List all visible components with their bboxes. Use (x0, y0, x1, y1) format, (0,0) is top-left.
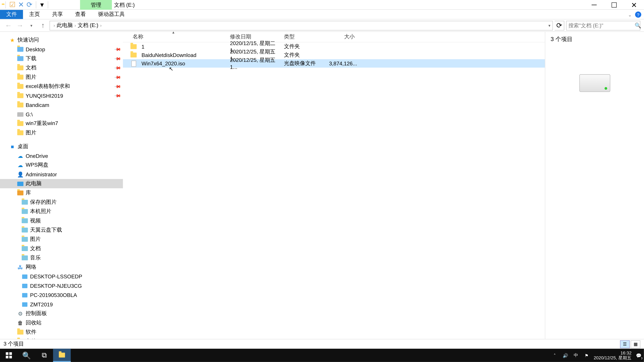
tree-library-item[interactable]: 文档 (0, 244, 123, 253)
qat-properties-icon[interactable]: ☑ (9, 0, 16, 9)
task-view-button[interactable]: ⧉ (36, 349, 53, 362)
pin-icon: 📌 (114, 55, 121, 62)
tree-network-node[interactable]: DESKTOP-LSSOEDP (0, 272, 123, 281)
nav-up-button[interactable]: ↑ (38, 21, 48, 30)
ribbon-tab-home[interactable]: 主页 (23, 10, 46, 19)
folder-icon (21, 199, 28, 206)
search-box[interactable]: 🔍 (566, 21, 640, 30)
tree-control-panel[interactable]: ⚙控制面板 (0, 309, 123, 318)
tree-network-node[interactable]: PC-20190530OBLA (0, 291, 123, 300)
tree-library-item[interactable]: 本机照片 (0, 207, 123, 216)
nav-forward-button[interactable]: → (15, 21, 25, 30)
ribbon-tab-drive-tools[interactable]: 驱动器工具 (92, 10, 131, 19)
tree-label: 库 (26, 189, 31, 197)
svg-rect-1 (9, 352, 12, 355)
taskbar-search-button[interactable]: 🔍 (18, 349, 35, 362)
tree-pinned-item[interactable]: win7重装win7 (0, 119, 123, 128)
tree-pinned-item[interactable]: 图片 (0, 128, 123, 137)
security-icon[interactable]: ⚑ (583, 352, 590, 359)
tree-label: 图片 (30, 236, 40, 243)
breadcrumb-current[interactable]: 文档 (E:) (78, 22, 98, 29)
tree-pinned-item[interactable]: excel表格制作求和📌 (0, 82, 123, 91)
file-list[interactable]: ▲ 名称 修改日期 类型 大小 1 2020/12/15, 星期二 1... 文… (123, 32, 545, 339)
view-details-button[interactable]: ☰ (620, 340, 630, 348)
tree-network[interactable]: 🖧网络 (0, 263, 123, 272)
svg-rect-3 (9, 356, 12, 359)
tree-folder-files[interactable]: 文件 (0, 337, 123, 339)
action-center-icon[interactable]: 💬3 (635, 352, 642, 359)
tree-library-item[interactable]: 视频 (0, 216, 123, 225)
tree-desktop[interactable]: ■桌面 (0, 142, 123, 151)
folder-icon (17, 46, 24, 53)
tree-pinned-item[interactable]: 图片📌 (0, 72, 123, 82)
contextual-tab-drive-tools[interactable]: 管理 (80, 0, 112, 10)
tree-label: 文件 (26, 338, 36, 339)
column-header-type[interactable]: 类型 (281, 33, 326, 41)
qat-undo-icon[interactable]: ⟳ (26, 0, 32, 9)
folder-icon (17, 73, 24, 81)
search-input[interactable] (568, 22, 635, 28)
maximize-button[interactable]: ☐ (604, 0, 624, 10)
folder-icon (21, 254, 28, 261)
ribbon-tab-file[interactable]: 文件 (0, 10, 23, 19)
help-icon[interactable]: ? (635, 11, 641, 18)
tree-library-item[interactable]: 音乐 (0, 253, 123, 263)
tree-label: 软件 (26, 328, 36, 336)
start-button[interactable] (0, 349, 18, 362)
tree-pinned-item[interactable]: Bandicam (0, 100, 123, 110)
file-row[interactable]: BaiduNetdiskDownload 2020/12/25, 星期五 1..… (123, 51, 545, 59)
search-icon[interactable]: 🔍 (634, 22, 641, 28)
tree-this-pc[interactable]: 此电脑 (0, 179, 123, 188)
file-row[interactable]: 1 2020/12/15, 星期二 1... 文件夹 (123, 42, 545, 51)
minimize-button[interactable]: ─ (584, 0, 604, 10)
chevron-right-icon[interactable]: › (74, 23, 76, 28)
tree-onedrive[interactable]: ☁OneDrive (0, 151, 123, 160)
view-large-icons-button[interactable]: ▦ (630, 340, 640, 348)
tray-overflow-icon[interactable]: ˄ (551, 352, 558, 359)
address-bar[interactable]: › 此电脑 › 文档 (E:) › ▾ (50, 21, 553, 30)
tree-pinned-item[interactable]: YUNQISHI2019📌 (0, 91, 123, 100)
ribbon-expand-icon[interactable]: ⌄ (628, 12, 632, 17)
address-dropdown-icon[interactable]: ▾ (548, 23, 550, 27)
volume-icon[interactable]: 🔊 (562, 352, 569, 359)
tree-library-item[interactable]: 保存的图片 (0, 198, 123, 207)
ribbon-tab-share[interactable]: 共享 (46, 10, 69, 19)
pc-icon (21, 273, 28, 280)
file-row[interactable]: Win7x64_2020.iso 2020/12/25, 星期五 1... 光盘… (123, 59, 545, 67)
qat-delete-icon[interactable]: ✕ (18, 0, 24, 9)
tree-pinned-item[interactable]: 下载📌 (0, 54, 123, 63)
pin-icon: 📌 (114, 92, 121, 99)
tree-label: 保存的图片 (30, 198, 56, 206)
column-header-size[interactable]: 大小 (326, 33, 358, 41)
tree-network-node[interactable]: DESKTOP-NJEU3CG (0, 281, 123, 290)
tree-folder-software[interactable]: 软件 (0, 328, 123, 337)
tree-recycle-bin[interactable]: 🗑回收站 (0, 318, 123, 328)
tree-pinned-item[interactable]: Desktop📌 (0, 44, 123, 54)
nav-back-button[interactable]: ← (4, 21, 13, 30)
tree-label: 图片 (26, 129, 36, 137)
tree-wps[interactable]: ☁WPS网盘 (0, 160, 123, 170)
tree-network-node[interactable]: ZMT2019 (0, 300, 123, 309)
refresh-button[interactable]: ⟳ (554, 21, 564, 30)
taskbar-clock[interactable]: 16:32 2020/12/25, 星期五 (594, 351, 632, 360)
taskbar-file-explorer[interactable] (53, 349, 70, 362)
tree-pinned-item[interactable]: G:\ (0, 110, 123, 119)
tree-pinned-item[interactable]: 文档📌 (0, 63, 123, 72)
column-header-date[interactable]: 修改日期 (227, 33, 281, 41)
breadcrumb-this-pc[interactable]: 此电脑 (57, 22, 72, 29)
qat-customize-dropdown[interactable]: ▾ (40, 1, 44, 8)
nav-recent-dropdown[interactable]: ▾ (26, 21, 36, 30)
ribbon-tab-view[interactable]: 查看 (69, 10, 92, 19)
tree-library-item[interactable]: 天翼云盘下载 (0, 225, 123, 235)
close-button[interactable]: ✕ (624, 0, 644, 10)
main-body: ★ 快速访问 Desktop📌 下载📌 文档📌 图片📌 excel表格制作求和📌… (0, 32, 644, 339)
tree-library-item[interactable]: 图片 (0, 235, 123, 244)
tree-libraries[interactable]: 库 (0, 188, 123, 197)
tree-user[interactable]: 👤Administrator (0, 170, 123, 179)
chevron-right-icon[interactable]: › (54, 23, 55, 28)
column-header-name[interactable]: 名称 (130, 33, 227, 41)
chevron-right-icon[interactable]: › (100, 23, 102, 28)
tree-quick-access[interactable]: ★ 快速访问 (0, 35, 123, 44)
ime-indicator[interactable]: 中 (572, 352, 580, 359)
tree-label: 回收站 (26, 319, 42, 327)
